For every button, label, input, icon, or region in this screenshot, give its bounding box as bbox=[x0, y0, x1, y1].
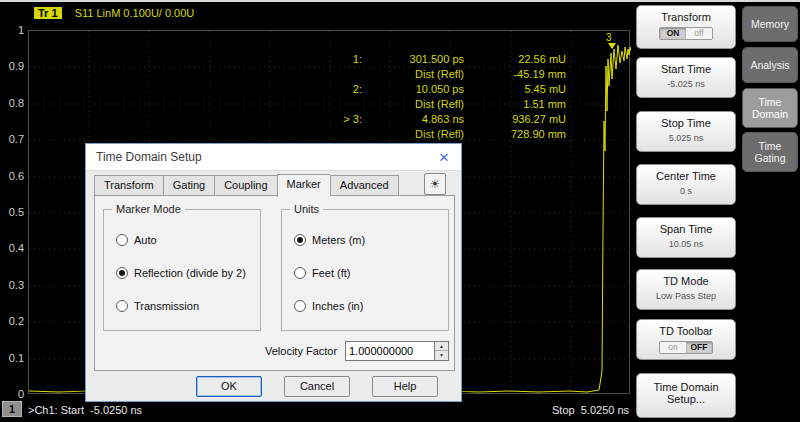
category-tab-time-domain[interactable]: Time Domain bbox=[742, 88, 798, 128]
radio-icon bbox=[294, 267, 306, 279]
radio-icon bbox=[116, 300, 128, 312]
softkey-td-mode[interactable]: TD Mode Low Pass Step bbox=[636, 269, 736, 310]
radio-label: Reflection (divide by 2) bbox=[134, 267, 246, 279]
marker-dist: -45.19 mm bbox=[464, 67, 566, 82]
softkey-label: Time Domain Setup... bbox=[637, 374, 735, 405]
radio-meters[interactable]: Meters (m) bbox=[294, 234, 365, 246]
softkey-label: TD Mode bbox=[637, 270, 735, 287]
softkey-span-time[interactable]: Span Time 10.05 ns bbox=[636, 217, 736, 258]
close-icon: ✕ bbox=[439, 150, 450, 165]
softkey-value: 5.025 ns bbox=[637, 129, 735, 143]
radio-label: Inches (in) bbox=[312, 300, 363, 312]
sun-icon: ☀ bbox=[430, 177, 441, 191]
trace-badge[interactable]: Tr 1 bbox=[34, 7, 62, 19]
y-axis-tick: 0.6 bbox=[2, 170, 24, 182]
toggle-off-segment: OFF bbox=[686, 342, 712, 353]
svg-text:3: 3 bbox=[606, 32, 612, 43]
vna-app-window: Tr 1 S11 LinM 0.100U/ 0.00U 1 0.9 0.8 0.… bbox=[0, 0, 800, 422]
y-axis-tick: 0.9 bbox=[2, 60, 24, 72]
marker-dist-label: Dist (Refl) bbox=[362, 127, 464, 142]
tab-gating[interactable]: Gating bbox=[163, 175, 214, 196]
softkey-transform[interactable]: Transform ON off bbox=[636, 5, 736, 49]
category-tab-time-gating[interactable]: Time Gating bbox=[742, 132, 798, 172]
velocity-factor-field: ▲ ▼ bbox=[345, 341, 449, 361]
dialog-tabstrip: Transform Gating Coupling Marker Advance… bbox=[94, 174, 399, 197]
softkey-label: Center Time bbox=[637, 165, 735, 182]
tab-marker[interactable]: Marker bbox=[277, 174, 330, 197]
marker-3-flag: 3 bbox=[606, 32, 616, 49]
category-tab-memory[interactable]: Memory bbox=[742, 6, 798, 42]
velocity-factor-input[interactable] bbox=[345, 341, 435, 361]
marker-mode-group: Marker Mode Auto Reflection (divide by 2… bbox=[103, 209, 261, 331]
velocity-factor-spinner: ▲ ▼ bbox=[435, 341, 449, 361]
marker-id bbox=[322, 67, 362, 82]
toggle-on-segment: on bbox=[660, 342, 686, 353]
marker-dist: 728.90 mm bbox=[464, 127, 566, 142]
y-axis-tick: 0.4 bbox=[2, 242, 24, 254]
radio-label: Meters (m) bbox=[312, 234, 365, 246]
status-start: >Ch1: Start -5.0250 ns bbox=[28, 404, 142, 416]
toggle-on-segment: ON bbox=[660, 28, 686, 39]
y-axis-tick: 0.8 bbox=[2, 97, 24, 109]
softkey-label: Transform bbox=[637, 6, 735, 23]
marker-dist-label: Dist (Refl) bbox=[362, 97, 464, 112]
radio-feet[interactable]: Feet (ft) bbox=[294, 267, 351, 279]
softkey-label: Start Time bbox=[637, 58, 735, 75]
marker-id: 2: bbox=[322, 82, 362, 97]
group-title: Marker Mode bbox=[112, 203, 185, 215]
softkey-start-time[interactable]: Start Time -5.025 ns bbox=[636, 57, 736, 98]
y-axis-tick: 0.2 bbox=[2, 315, 24, 327]
softkey-time-domain-setup[interactable]: Time Domain Setup... bbox=[636, 373, 736, 418]
radio-transmission[interactable]: Transmission bbox=[116, 300, 199, 312]
spin-up-button[interactable]: ▲ bbox=[435, 342, 448, 351]
marker-x: 10.050 ps bbox=[362, 82, 464, 97]
units-group: Units Meters (m) Feet (ft) Inches (in) bbox=[281, 209, 449, 331]
marker-id bbox=[322, 127, 362, 142]
marker-y: 936.27 mU bbox=[464, 112, 566, 127]
radio-inches[interactable]: Inches (in) bbox=[294, 300, 363, 312]
radio-label: Transmission bbox=[134, 300, 199, 312]
td-toolbar-on-off-toggle: on OFF bbox=[659, 341, 713, 354]
softkey-value: 0 s bbox=[637, 182, 735, 196]
tab-advanced[interactable]: Advanced bbox=[330, 175, 399, 196]
category-tab-column: Memory Analysis Time Domain Time Gating bbox=[742, 0, 798, 422]
marker-x: 301.500 ps bbox=[362, 52, 464, 67]
y-axis-tick: 0.5 bbox=[2, 206, 24, 218]
y-axis-tick: 0.3 bbox=[2, 279, 24, 291]
channel-badge[interactable]: 1 bbox=[2, 401, 22, 417]
marker-dist: 1.51 mm bbox=[464, 97, 566, 112]
cancel-button[interactable]: Cancel bbox=[284, 376, 350, 397]
ok-button[interactable]: OK bbox=[196, 376, 262, 397]
softkey-td-toolbar[interactable]: TD Toolbar on OFF bbox=[636, 319, 736, 360]
brightness-button[interactable]: ☀ bbox=[424, 173, 446, 195]
softkey-label: Span Time bbox=[637, 218, 735, 235]
y-axis-tick: 0 bbox=[2, 388, 24, 400]
marker-x: 4.863 ns bbox=[362, 112, 464, 127]
dialog-titlebar[interactable]: Time Domain Setup ✕ bbox=[86, 144, 461, 171]
softkey-value: -5.025 ns bbox=[637, 75, 735, 89]
softkey-center-time[interactable]: Center Time 0 s bbox=[636, 164, 736, 205]
marker-dist-label: Dist (Refl) bbox=[362, 67, 464, 82]
tab-coupling[interactable]: Coupling bbox=[214, 175, 276, 196]
marker-y: 22.56 mU bbox=[464, 52, 566, 67]
softkey-column: Transform ON off Start Time -5.025 ns St… bbox=[636, 0, 736, 422]
radio-icon-checked bbox=[294, 234, 306, 246]
radio-label: Auto bbox=[134, 234, 157, 246]
marker-id: 1: bbox=[322, 52, 362, 67]
softkey-value: Low Pass Step bbox=[637, 287, 735, 301]
radio-label: Feet (ft) bbox=[312, 267, 351, 279]
softkey-value: 10.05 ns bbox=[637, 235, 735, 249]
radio-icon bbox=[294, 300, 306, 312]
help-button[interactable]: Help bbox=[372, 376, 438, 397]
marker-tab-panel: Marker Mode Auto Reflection (divide by 2… bbox=[94, 195, 455, 371]
category-tab-analysis[interactable]: Analysis bbox=[742, 47, 798, 83]
marker-y: 5.45 mU bbox=[464, 82, 566, 97]
radio-reflection[interactable]: Reflection (divide by 2) bbox=[116, 267, 246, 279]
close-button[interactable]: ✕ bbox=[427, 144, 461, 171]
radio-auto[interactable]: Auto bbox=[116, 234, 157, 246]
softkey-stop-time[interactable]: Stop Time 5.025 ns bbox=[636, 111, 736, 152]
transform-on-off-toggle: ON off bbox=[659, 27, 713, 40]
window-top-edge bbox=[0, 0, 800, 2]
spin-down-button[interactable]: ▼ bbox=[435, 351, 448, 360]
tab-transform[interactable]: Transform bbox=[94, 175, 163, 196]
